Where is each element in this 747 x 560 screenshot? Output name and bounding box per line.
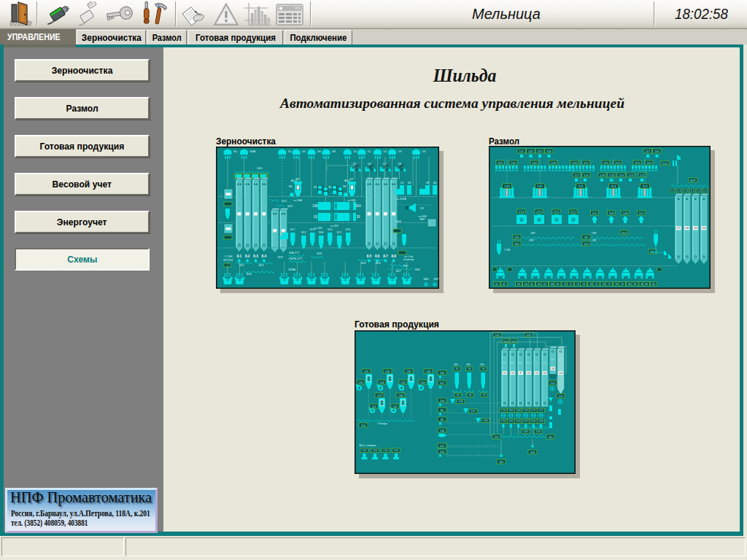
- svg-text:140: 140: [358, 381, 363, 384]
- svg-text:элеватор: элеватор: [403, 258, 414, 261]
- svg-text:158: 158: [535, 430, 540, 433]
- svg-text:40: 40: [433, 181, 437, 184]
- svg-text:141: 141: [392, 405, 398, 408]
- svg-text:В/с: В/с: [527, 362, 530, 365]
- svg-text:171: 171: [531, 409, 535, 412]
- svg-text:95: 95: [455, 368, 458, 370]
- svg-text:на 30Б: на 30Б: [347, 199, 356, 202]
- svg-text:83: 83: [645, 283, 648, 286]
- svg-text:39: 39: [356, 215, 360, 219]
- svg-text:18: 18: [685, 226, 689, 230]
- svg-text:76: 76: [602, 283, 605, 286]
- svg-text:104: 104: [503, 340, 508, 343]
- svg-text:169: 169: [508, 409, 513, 412]
- svg-text:600: 600: [257, 166, 263, 170]
- svg-text:686: 686: [424, 277, 430, 281]
- svg-text:Шв: Шв: [467, 363, 471, 366]
- svg-text:48: 48: [332, 149, 336, 153]
- svg-text:133: 133: [504, 184, 510, 188]
- svg-text:305: 305: [361, 261, 367, 265]
- svg-text:117: 117: [646, 149, 651, 153]
- svg-text:81: 81: [633, 283, 636, 286]
- svg-text:80: 80: [628, 283, 631, 286]
- svg-text:96: 96: [481, 368, 484, 370]
- svg-text:107: 107: [471, 410, 475, 413]
- svg-text:144: 144: [379, 381, 384, 384]
- svg-text:В/с: В/с: [519, 362, 522, 365]
- svg-text:273: 273: [536, 210, 542, 214]
- svg-text:214: 214: [383, 449, 387, 452]
- svg-text:132: 132: [498, 161, 503, 165]
- svg-text:182: 182: [514, 242, 520, 246]
- svg-text:114: 114: [611, 184, 617, 188]
- svg-text:160: 160: [548, 435, 553, 439]
- svg-text:8.1: 8.1: [237, 254, 242, 258]
- svg-text:224: 224: [615, 161, 621, 165]
- svg-text:130: 130: [532, 161, 538, 165]
- svg-text:119: 119: [538, 149, 543, 153]
- svg-text:110: 110: [592, 211, 597, 215]
- svg-text:73: 73: [582, 283, 585, 286]
- svg-text:56: 56: [296, 177, 300, 181]
- svg-text:19: 19: [694, 226, 697, 230]
- svg-text:58: 58: [343, 184, 347, 188]
- svg-text:20: 20: [703, 226, 706, 230]
- svg-text:60: 60: [233, 149, 237, 153]
- svg-text:123: 123: [628, 174, 634, 177]
- svg-text:1-Я: 1-Я: [677, 190, 681, 192]
- svg-text:28: 28: [398, 162, 401, 166]
- svg-text:99: 99: [584, 236, 588, 239]
- svg-text:1-Я: 1-Я: [684, 190, 689, 192]
- svg-text:75: 75: [595, 283, 597, 286]
- svg-text:156: 156: [550, 381, 555, 385]
- svg-text:СВТ: СВТ: [530, 232, 536, 235]
- svg-text:В/с: В/с: [503, 362, 506, 365]
- svg-text:135: 135: [364, 370, 369, 373]
- svg-text:1-Я: 1-Я: [670, 190, 675, 192]
- svg-text:272: 272: [554, 210, 560, 214]
- svg-text:134: 134: [385, 370, 390, 373]
- svg-text:8.7: 8.7: [383, 254, 388, 258]
- svg-text:105: 105: [511, 340, 516, 343]
- svg-text:212: 212: [362, 449, 366, 452]
- svg-text:на 309: на 309: [314, 227, 322, 230]
- svg-text:на 30А: на 30А: [293, 199, 302, 202]
- svg-text:177: 177: [524, 420, 528, 423]
- svg-text:13: 13: [543, 372, 546, 375]
- svg-text:65: 65: [530, 283, 533, 286]
- svg-text:46: 46: [317, 149, 321, 153]
- svg-text:93: 93: [482, 394, 485, 397]
- svg-text:БВР: БВР: [419, 218, 425, 221]
- svg-text:8.2: 8.2: [245, 254, 250, 258]
- svg-text:23: 23: [420, 206, 424, 210]
- svg-text:64: 64: [525, 283, 527, 286]
- svg-text:19A: 19A: [312, 204, 318, 208]
- svg-text:606: 606: [662, 162, 668, 166]
- svg-text:170: 170: [501, 409, 506, 412]
- svg-text:на 309А: на 309А: [396, 198, 406, 201]
- svg-text:223: 223: [635, 161, 640, 165]
- svg-text:271: 271: [570, 210, 576, 214]
- svg-text:175: 175: [508, 420, 513, 423]
- svg-text:314: 314: [328, 228, 333, 231]
- svg-text:11: 11: [503, 372, 506, 375]
- svg-text:143: 143: [420, 381, 425, 384]
- svg-text:601: 601: [282, 199, 287, 203]
- svg-text:СВТ: СВТ: [592, 232, 597, 235]
- svg-text:125: 125: [609, 174, 615, 177]
- svg-text:8.8: 8.8: [391, 254, 396, 258]
- svg-text:СВТ: СВТ: [529, 239, 535, 242]
- svg-text:313: 313: [310, 228, 316, 231]
- svg-text:307: 307: [396, 269, 402, 273]
- svg-text:ПЫЛЬ-УГУ: ПЫЛЬ-УГУ: [289, 257, 303, 260]
- svg-text:106: 106: [440, 399, 445, 402]
- svg-text:174: 174: [516, 420, 520, 423]
- svg-text:8.4: 8.4: [262, 254, 267, 258]
- svg-text:178: 178: [538, 420, 543, 423]
- svg-text:602: 602: [287, 204, 293, 208]
- svg-text:26: 26: [368, 162, 371, 166]
- svg-text:25: 25: [353, 162, 357, 166]
- svg-text:115: 115: [578, 184, 584, 188]
- svg-text:213: 213: [373, 449, 377, 452]
- svg-text:108: 108: [622, 211, 628, 215]
